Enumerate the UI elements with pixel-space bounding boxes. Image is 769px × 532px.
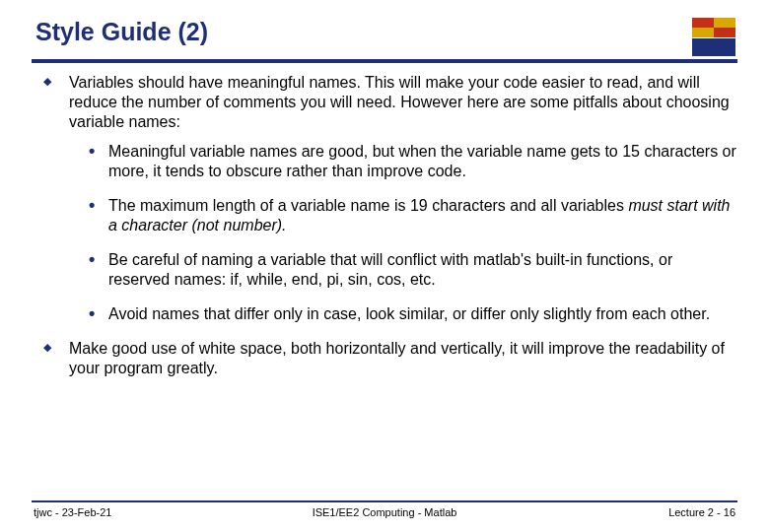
sub-bullet-length-obscure: Meaningful variable names are good, but … <box>87 142 737 181</box>
text: Avoid names that differ only in case, lo… <box>108 305 710 322</box>
slide: Style Guide (2) Variables should have me… <box>0 0 769 532</box>
text: The maximum length of a variable name is… <box>108 197 628 214</box>
footer-left: tjwc - 23-Feb-21 <box>34 506 111 518</box>
footer-right: Lecture 2 - 16 <box>668 506 735 518</box>
text: Variables should have meaningful names. … <box>69 74 730 130</box>
text: Be careful of naming a variable that wil… <box>108 251 672 288</box>
bullet-whitespace: Make good use of white space, both horiz… <box>39 339 737 378</box>
slide-title: Style Guide (2) <box>35 18 208 46</box>
sub-bullet-similar-names: Avoid names that differ only in case, lo… <box>87 304 737 324</box>
text: Meaningful variable names are good, but … <box>108 143 736 179</box>
title-rule <box>32 59 737 63</box>
bullet-variables-intro: Variables should have meaningful names. … <box>39 73 737 324</box>
crest-icon <box>690 18 737 61</box>
sub-bullet-reserved-names: Be careful of naming a variable that wil… <box>87 250 737 290</box>
slide-header: Style Guide (2) <box>32 18 737 61</box>
footer-rule <box>32 500 737 502</box>
slide-content: Variables should have meaningful names. … <box>32 73 737 497</box>
text: Make good use of white space, both horiz… <box>69 340 725 376</box>
footer-center: ISE1/EE2 Computing - Matlab <box>313 506 457 518</box>
sub-bullet-max-length: The maximum length of a variable name is… <box>87 196 737 235</box>
slide-footer: tjwc - 23-Feb-21 ISE1/EE2 Computing - Ma… <box>32 506 737 518</box>
